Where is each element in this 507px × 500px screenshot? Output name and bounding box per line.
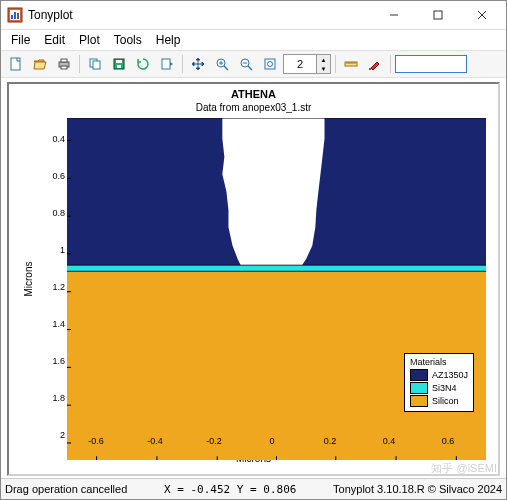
y-tick: 1.4 bbox=[35, 319, 65, 329]
x-tick: -0.4 bbox=[147, 436, 163, 446]
y-tick: 0.4 bbox=[35, 134, 65, 144]
menu-edit[interactable]: Edit bbox=[38, 31, 71, 49]
status-bar: Drag operation cancelled X = -0.452 Y = … bbox=[1, 478, 506, 499]
new-icon[interactable] bbox=[5, 53, 27, 75]
status-message: Drag operation cancelled bbox=[5, 483, 127, 495]
status-coordinates: X = -0.452 Y = 0.806 bbox=[135, 483, 325, 496]
window-title: Tonyplot bbox=[28, 8, 372, 22]
legend-item: Silicon bbox=[410, 395, 468, 407]
svg-rect-9 bbox=[11, 58, 20, 70]
y-tick: 1 bbox=[35, 245, 65, 255]
save-icon[interactable] bbox=[108, 53, 130, 75]
svg-rect-6 bbox=[434, 11, 442, 19]
zoom-fit-icon[interactable] bbox=[259, 53, 281, 75]
title-bar[interactable]: Tonyplot bbox=[1, 1, 506, 30]
toolbar: ▲▼ bbox=[1, 50, 506, 78]
svg-rect-28 bbox=[265, 59, 275, 69]
status-version: Tonyplot 3.10.18.R © Silvaco 2024 bbox=[333, 483, 502, 495]
legend-label: AZ1350J bbox=[432, 370, 468, 380]
toolbar-entry[interactable] bbox=[395, 55, 467, 73]
svg-rect-16 bbox=[116, 60, 122, 63]
toolbar-separator bbox=[79, 55, 80, 73]
svg-line-22 bbox=[224, 66, 228, 70]
menu-tools[interactable]: Tools bbox=[108, 31, 148, 49]
menu-file[interactable]: File bbox=[5, 31, 36, 49]
toolbar-separator bbox=[390, 55, 391, 73]
maximize-button[interactable] bbox=[416, 1, 460, 29]
svg-rect-18 bbox=[162, 59, 170, 69]
app-window: Tonyplot File Edit Plot Tools Help ▲▼ bbox=[0, 0, 507, 500]
legend-swatch bbox=[410, 369, 428, 381]
svg-rect-11 bbox=[61, 59, 67, 62]
svg-rect-12 bbox=[61, 66, 67, 69]
y-tick: 2 bbox=[35, 430, 65, 440]
menu-bar: File Edit Plot Tools Help bbox=[1, 30, 506, 50]
spinner-up-icon[interactable]: ▲ bbox=[316, 55, 330, 64]
x-tick: 0.2 bbox=[324, 436, 337, 446]
legend-title: Materials bbox=[410, 357, 468, 367]
y-tick: 1.8 bbox=[35, 393, 65, 403]
svg-rect-39 bbox=[67, 265, 486, 271]
menu-help[interactable]: Help bbox=[150, 31, 187, 49]
spinner-down-icon[interactable]: ▼ bbox=[316, 64, 330, 73]
print-icon[interactable] bbox=[53, 53, 75, 75]
svg-rect-3 bbox=[14, 12, 16, 19]
window-buttons bbox=[372, 1, 504, 29]
legend-swatch bbox=[410, 382, 428, 394]
zoom-level-spinner[interactable]: ▲▼ bbox=[283, 54, 331, 74]
plot-area[interactable]: ATHENA Data from anopex03_1.str Microns … bbox=[7, 82, 500, 476]
copy-icon[interactable] bbox=[84, 53, 106, 75]
svg-point-29 bbox=[268, 62, 273, 67]
app-icon bbox=[7, 7, 23, 23]
svg-point-36 bbox=[369, 68, 371, 70]
menu-plot[interactable]: Plot bbox=[73, 31, 106, 49]
toolbar-separator bbox=[182, 55, 183, 73]
svg-line-26 bbox=[248, 66, 252, 70]
ruler-icon[interactable] bbox=[340, 53, 362, 75]
zoom-in-icon[interactable] bbox=[211, 53, 233, 75]
y-tick: 0.8 bbox=[35, 208, 65, 218]
zoom-out-icon[interactable] bbox=[235, 53, 257, 75]
y-tick: 1.6 bbox=[35, 356, 65, 366]
legend-item: Si3N4 bbox=[410, 382, 468, 394]
y-tick: 1.2 bbox=[35, 282, 65, 292]
legend: Materials AZ1350J Si3N4 Silicon bbox=[404, 353, 474, 412]
plot-subtitle: Data from anopex03_1.str bbox=[9, 102, 498, 113]
legend-label: Si3N4 bbox=[432, 383, 457, 393]
x-tick: 0.4 bbox=[383, 436, 396, 446]
zoom-level-input[interactable] bbox=[284, 57, 316, 71]
reload-icon[interactable] bbox=[132, 53, 154, 75]
x-tick: 0 bbox=[269, 436, 274, 446]
legend-swatch bbox=[410, 395, 428, 407]
svg-rect-4 bbox=[17, 13, 19, 19]
svg-rect-14 bbox=[93, 61, 100, 69]
toolbar-separator bbox=[335, 55, 336, 73]
x-tick: 0.6 bbox=[442, 436, 455, 446]
plot-title: ATHENA bbox=[9, 88, 498, 100]
probe-icon[interactable] bbox=[364, 53, 386, 75]
svg-rect-17 bbox=[117, 65, 121, 68]
export-icon[interactable] bbox=[156, 53, 178, 75]
move-icon[interactable] bbox=[187, 53, 209, 75]
x-tick: -0.2 bbox=[206, 436, 222, 446]
x-tick: -0.6 bbox=[88, 436, 104, 446]
legend-item: AZ1350J bbox=[410, 369, 468, 381]
svg-rect-2 bbox=[11, 15, 13, 19]
open-icon[interactable] bbox=[29, 53, 51, 75]
y-tick: 0.6 bbox=[35, 171, 65, 181]
minimize-button[interactable] bbox=[372, 1, 416, 29]
close-button[interactable] bbox=[460, 1, 504, 29]
legend-label: Silicon bbox=[432, 396, 459, 406]
y-axis-label: Microns bbox=[23, 261, 34, 296]
